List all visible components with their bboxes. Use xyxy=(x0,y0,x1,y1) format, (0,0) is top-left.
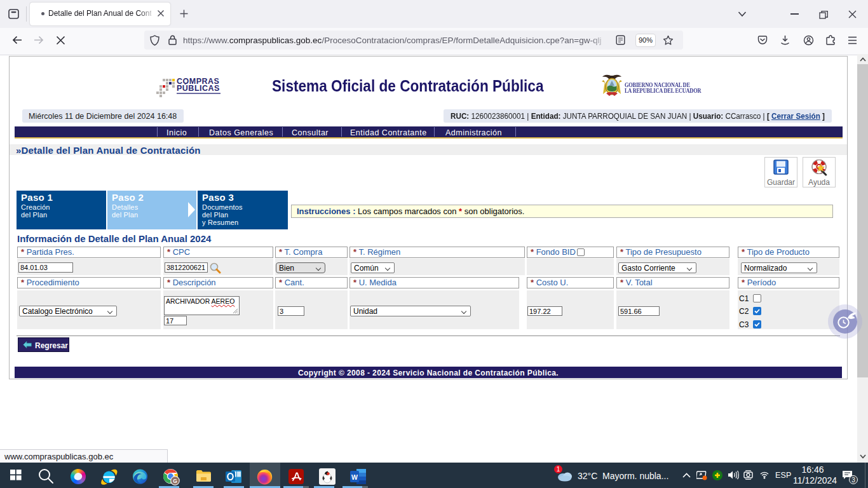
svg-text:W: W xyxy=(351,473,358,481)
svg-text:G: G xyxy=(173,478,177,484)
